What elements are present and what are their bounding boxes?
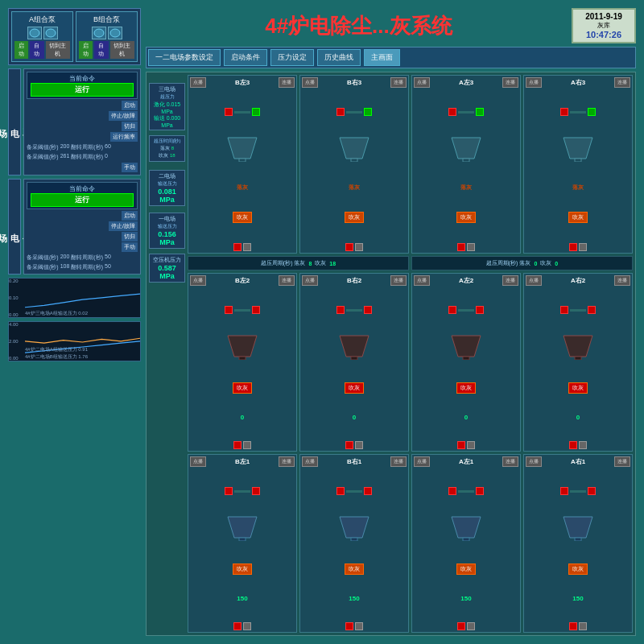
hopper-b-right-2-connect-btn[interactable]: 连播	[390, 275, 407, 286]
nav-btn-main[interactable]: 主画面	[364, 49, 400, 66]
field3-vacuum-set-label: 备采阈值(秒)	[27, 143, 59, 151]
hopper-a-left-3-click-btn[interactable]: 点播	[414, 77, 430, 88]
hopper-a-right-3-valves-top	[560, 108, 596, 116]
field2-manual-btn[interactable]: 手动	[122, 242, 138, 252]
pump-b-start-btn[interactable]: 启动	[79, 41, 93, 59]
hopper-a-left-3-blow-btn[interactable]: 吹灰	[456, 212, 476, 223]
hopper-a-right-2-click-btn[interactable]: 点播	[526, 275, 542, 286]
valve-red-13	[225, 487, 233, 495]
svg-rect-9	[463, 159, 469, 162]
hopper-a-right-2: 点播 A右2 连播	[523, 273, 633, 452]
field2-status-badge: 运行	[31, 193, 134, 207]
valve-bot-red-7	[457, 441, 465, 449]
field3-manual-btn[interactable]: 手动	[122, 163, 138, 172]
field3-period-box: 超压时间(秒) 落灰 8 吹灰 18	[149, 135, 185, 162]
field2-start-btn[interactable]: 启动	[122, 211, 138, 221]
field3-period-blow: 吹灰 18	[151, 152, 183, 159]
hopper-a-left-2-click-btn[interactable]: 点播	[414, 275, 430, 286]
nav-btn-pressure[interactable]: 压力设定	[270, 49, 314, 66]
hopper-a-right-2-blow-btn[interactable]: 吹灰	[568, 382, 588, 394]
hopper-a-left-1-blow-btn[interactable]: 吹灰	[456, 564, 476, 575]
hopper-b-right-3-connect-btn[interactable]: 连播	[390, 77, 407, 88]
pump-a-start-btn[interactable]: 启动	[14, 41, 28, 59]
hopper-a-right-3-valves-bot	[569, 243, 587, 251]
hopper-a-right-3-click-btn[interactable]: 点播	[526, 77, 542, 88]
chart2-label2: 4#炉二电场B组输送压力 1.76	[25, 353, 88, 361]
valve-red-3	[448, 108, 456, 116]
field2-stop-btn[interactable]: 停止/故障	[109, 221, 138, 231]
pipe-6	[346, 309, 362, 312]
pipe-5	[234, 309, 250, 312]
hopper-a-right-3-name: A右3	[571, 78, 585, 87]
pump-b-icon2	[108, 27, 122, 39]
field3-period-label: 超压时间(秒)	[151, 138, 183, 145]
hopper-b-left-2-connect-btn[interactable]: 连播	[279, 275, 295, 286]
svg-point-1	[46, 29, 56, 37]
hopper-a-right-1-connect-btn[interactable]: 连播	[614, 456, 630, 467]
hopper-b-left-2-blow-btn[interactable]: 吹灰	[233, 382, 252, 394]
svg-rect-19	[575, 357, 581, 360]
field3-row: 三电场 当前命令 运行 启动 停止/故障 切归 运行频率 备采阈值(秒) 200…	[8, 68, 141, 175]
hopper-a-left-2-connect-btn[interactable]: 连播	[502, 275, 518, 286]
pump-b-off-btn[interactable]: 切到主机	[110, 41, 135, 59]
hopper-a-right-2-connect-btn[interactable]: 连播	[614, 275, 630, 286]
nav-btn-start[interactable]: 启动条件	[224, 49, 267, 66]
valve-bot-red-2	[345, 243, 353, 251]
field2-vacuum-act-val: 108	[60, 263, 70, 271]
hopper-b-left-1-click-btn[interactable]: 点播	[190, 456, 206, 467]
pipe-8	[570, 309, 586, 312]
hopper-b-right-1-click-btn[interactable]: 点播	[302, 456, 318, 467]
pump-a-auto-btn[interactable]: 自动	[30, 41, 43, 59]
pump-a-off-btn[interactable]: 切到主机	[46, 41, 71, 59]
hopper-a-right-3-connect-btn[interactable]: 连播	[614, 77, 630, 88]
hopper-a-left-1-click-btn[interactable]: 点播	[414, 456, 430, 467]
field3-freq-btn[interactable]: 运行频率	[110, 132, 138, 142]
nav-btn-history[interactable]: 历史曲线	[317, 49, 361, 66]
hopper-b-left-1-blow-btn[interactable]: 吹灰	[233, 564, 252, 575]
field2-back-btn[interactable]: 切归	[122, 232, 138, 242]
hopper-b-left-3-click-btn[interactable]: 点播	[190, 77, 206, 88]
hopper-a-right-1-top: 点播 A右1 连播	[526, 456, 630, 467]
valve-bot-red-4	[569, 243, 577, 251]
hopper-b-left-2-click-btn[interactable]: 点播	[190, 275, 206, 286]
field1-pressure-box: 一电场 输送压力 0.156 MPa	[149, 213, 185, 249]
hopper-b-left-3-connect-btn[interactable]: 连播	[279, 77, 295, 88]
hopper-b-right-1-connect-btn[interactable]: 连播	[390, 456, 407, 467]
hopper-a-right-3-blow-btn[interactable]: 吹灰	[568, 212, 588, 223]
field3-start-btn[interactable]: 启动	[122, 101, 138, 110]
chart1-label1: 4#炉三电场A组输送压力 0.02	[25, 310, 88, 317]
field3-time-act-label: 翻转周期(秒)	[71, 153, 103, 161]
hopper-b-left-3-blow-btn[interactable]: 吹灰	[233, 212, 252, 223]
field3-stop-btn[interactable]: 停止/故障	[109, 111, 138, 121]
hopper-b-left-1-connect-btn[interactable]: 连播	[279, 456, 295, 467]
field3-params2: 备采阈值(秒) 261 翻转周期(秒) 0	[27, 153, 138, 161]
datetime-location: 灰库	[578, 21, 630, 30]
field3-period-blow-val: 18	[170, 153, 175, 158]
hopper-a-right-1-blow-btn[interactable]: 吹灰	[568, 564, 588, 575]
valve-bot-gray-4	[579, 243, 587, 251]
hopper-b-right-1-name: B右1	[347, 457, 361, 466]
hopper-b-right-3-blow-btn[interactable]: 吹灰	[345, 212, 364, 223]
pipe-12	[570, 490, 586, 493]
hopper-b-right-3-status: 落灰	[349, 184, 360, 192]
hopper-b-right-1-blow-btn[interactable]: 吹灰	[345, 564, 364, 575]
hopper-a-left-3-connect-btn[interactable]: 连播	[502, 77, 518, 88]
hopper-b-left-2-val: 0	[241, 414, 244, 421]
field3-back-btn[interactable]: 切归	[122, 122, 138, 131]
hopper-a-right-1-val: 150	[572, 595, 583, 602]
svg-rect-15	[351, 357, 357, 360]
field2-vacuum-act-label: 备采阈值(秒)	[27, 263, 59, 271]
valve-bot-gray-8	[579, 441, 587, 449]
hopper-a-right-1-click-btn[interactable]: 点播	[526, 456, 542, 467]
nav-btn-params[interactable]: 一二电场参数设定	[148, 49, 221, 66]
hopper-b-right-3-click-btn[interactable]: 点播	[302, 77, 318, 88]
pipe-2	[346, 111, 362, 114]
hopper-a-left-3-status: 落灰	[460, 184, 472, 192]
hopper-b-right-2-click-btn[interactable]: 点播	[302, 275, 318, 286]
pump-b-auto-btn[interactable]: 自动	[94, 41, 108, 59]
hopper-a-left-2-blow-btn[interactable]: 吹灰	[456, 382, 476, 394]
hopper-a-left-1-connect-btn[interactable]: 连播	[502, 456, 518, 467]
chart1-labels: 4#炉三电场A组输送压力 0.02	[25, 310, 88, 317]
hopper-b-right-2-blow-btn[interactable]: 吹灰	[345, 382, 364, 394]
row2-hoppers: 点播 B左2 连播	[188, 273, 633, 452]
